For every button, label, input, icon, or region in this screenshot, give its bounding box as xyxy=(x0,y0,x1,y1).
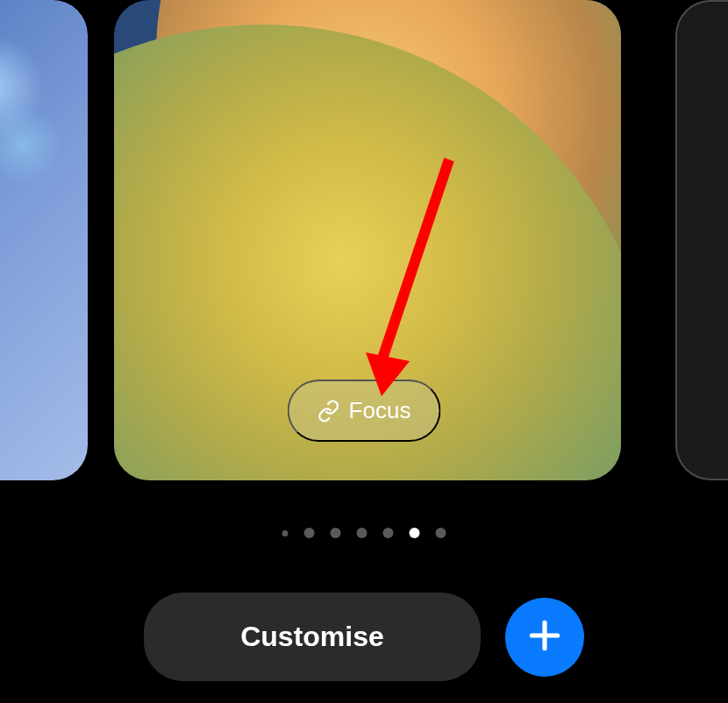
page-dot[interactable] xyxy=(436,528,446,538)
customise-label: Customise xyxy=(240,621,384,652)
focus-label: Focus xyxy=(349,397,411,424)
page-dot-active[interactable] xyxy=(410,528,420,538)
plus-icon xyxy=(525,616,564,657)
wallpaper-carousel[interactable]: Focus xyxy=(0,0,728,491)
page-dot[interactable] xyxy=(383,528,394,538)
page-dot[interactable] xyxy=(282,530,289,536)
bottom-toolbar: Customise xyxy=(0,593,728,681)
wallpaper-preview-previous[interactable] xyxy=(0,0,88,480)
link-icon xyxy=(318,400,340,423)
pagination-dots xyxy=(282,528,446,538)
page-dot[interactable] xyxy=(331,528,341,538)
page-dot[interactable] xyxy=(357,528,368,538)
add-wallpaper-button[interactable] xyxy=(505,598,584,677)
focus-link-button[interactable]: Focus xyxy=(288,380,441,442)
page-dot[interactable] xyxy=(304,528,315,538)
customise-button[interactable]: Customise xyxy=(144,593,481,681)
wallpaper-preview-next[interactable] xyxy=(675,0,728,480)
